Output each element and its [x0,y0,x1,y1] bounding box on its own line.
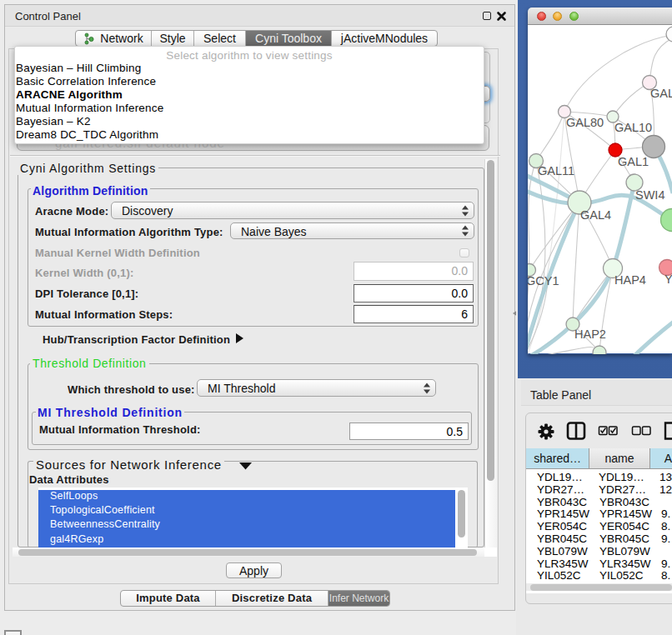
svg-text:GCY1: GCY1 [528,274,559,288]
svg-text:GAL4: GAL4 [580,208,611,222]
svg-text:HAP2: HAP2 [574,328,606,341]
svg-text:Y: Y [664,272,672,286]
svg-text:SWI4: SWI4 [635,188,664,202]
svg-text:GAL10: GAL10 [614,121,652,134]
svg-text:HAP4: HAP4 [614,273,646,287]
svg-text:GAL1: GAL1 [618,155,649,168]
svg-text:GAL: GAL [650,87,672,100]
svg-text:GAL80: GAL80 [566,116,604,129]
svg-text:GAL11: GAL11 [538,164,574,178]
